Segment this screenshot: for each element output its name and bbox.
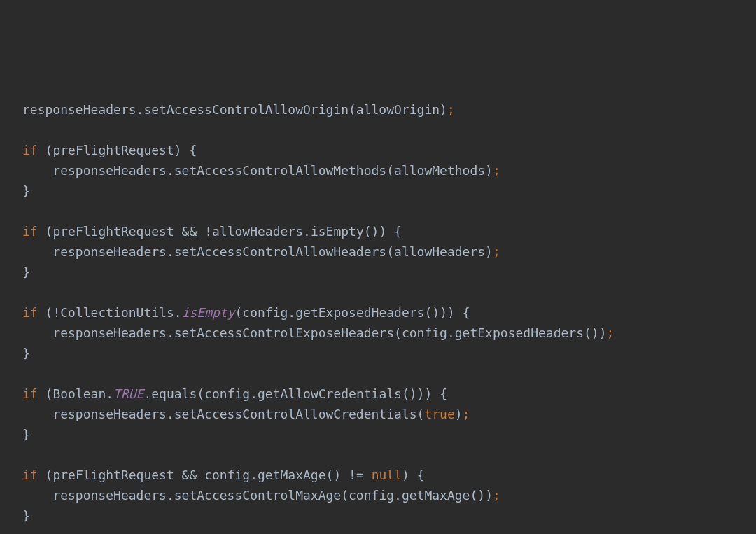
identifier: responseHeaders	[52, 163, 167, 178]
identifier: config	[349, 488, 394, 503]
open-paren: (	[386, 244, 394, 259]
close-paren: )	[485, 163, 493, 178]
close-paren: )	[440, 305, 447, 320]
identifier: responseHeaders	[22, 102, 136, 117]
close-paren: )	[402, 468, 410, 482]
keyword-null: null	[372, 468, 402, 482]
indent	[22, 488, 52, 503]
code-line: responseHeaders.setAccessControlMaxAge(c…	[22, 486, 756, 506]
open-paren: (	[349, 102, 356, 117]
punct-dot: .	[167, 163, 174, 178]
open-paren: (	[46, 386, 53, 401]
identifier: preFlightRequest	[52, 224, 174, 239]
punct-dot: .	[136, 102, 144, 117]
code-line: if (Boolean.TRUE.equals(config.getAllowC…	[22, 384, 756, 405]
identifier: config	[242, 305, 288, 320]
open-paren: (	[234, 305, 242, 320]
open-paren: (	[326, 468, 334, 482]
code-line: }	[22, 425, 756, 445]
code-line: }	[22, 181, 756, 202]
indent	[22, 325, 52, 340]
open-brace: {	[440, 386, 447, 401]
identifier: config	[204, 468, 250, 482]
identifier: responseHeaders	[52, 325, 167, 340]
open-paren: (	[364, 224, 372, 239]
operator-neq: !=	[349, 468, 364, 482]
close-brace: }	[22, 508, 30, 523]
keyword-if: if	[22, 143, 38, 157]
close-brace: }	[22, 265, 30, 279]
keyword-true: true	[424, 407, 454, 421]
close-paren: )	[440, 102, 447, 117]
code-line-empty	[22, 364, 756, 384]
identifier: config	[204, 386, 250, 401]
close-brace: }	[22, 346, 30, 360]
keyword-if: if	[22, 468, 38, 482]
identifier: allowMethods	[394, 163, 485, 178]
code-line: responseHeaders.setAccessControlAllowOri…	[22, 100, 756, 120]
punct-dot: .	[394, 488, 402, 503]
static-method: isEmpty	[182, 305, 235, 320]
open-paren: (	[46, 305, 53, 320]
code-line: responseHeaders.setAccessControlExposeHe…	[22, 323, 756, 344]
code-line: if (preFlightRequest) {	[22, 141, 756, 161]
close-paren: )	[485, 488, 493, 503]
close-paren: )	[447, 305, 455, 320]
static-field: TRUE	[113, 386, 144, 401]
punct-dot: .	[250, 468, 258, 482]
close-paren: )	[455, 407, 463, 421]
open-paren: (	[46, 224, 53, 239]
open-brace: {	[189, 143, 197, 157]
code-editor[interactable]: responseHeaders.setAccessControlAllowOri…	[22, 100, 756, 526]
open-paren: (	[46, 143, 53, 157]
punct-dot: .	[144, 386, 151, 401]
semicolon: ;	[493, 488, 500, 503]
close-paren: )	[372, 224, 379, 239]
indent	[22, 163, 52, 178]
identifier: responseHeaders	[52, 488, 167, 503]
method-name: setAccessControlAllowMethods	[174, 163, 386, 178]
punct-dot: .	[167, 407, 174, 421]
code-line-empty	[22, 445, 756, 465]
code-line-empty	[22, 202, 756, 222]
close-paren: )	[379, 224, 386, 239]
operator-and: &&	[182, 468, 197, 482]
identifier: allowHeaders	[212, 224, 303, 239]
open-brace: {	[417, 468, 425, 482]
open-paren: (	[341, 488, 349, 503]
close-brace: }	[22, 183, 30, 198]
punct-dot: .	[174, 305, 182, 320]
method-name: getMaxAge	[402, 488, 470, 503]
punct-dot: .	[167, 488, 174, 503]
open-paren: (	[394, 325, 402, 340]
method-name: setAccessControlAllowHeaders	[174, 244, 386, 259]
close-paren: )	[485, 244, 493, 259]
close-brace: }	[22, 427, 30, 442]
code-line: if (preFlightRequest && !allowHeaders.is…	[22, 222, 756, 242]
identifier: preFlightRequest	[52, 468, 174, 482]
code-line: responseHeaders.setAccessControlAllowCre…	[22, 405, 756, 425]
code-line-empty	[22, 120, 756, 141]
punct-dot: .	[167, 325, 174, 340]
close-paren: )	[599, 325, 607, 340]
open-brace: {	[394, 224, 402, 239]
method-name: equals	[151, 386, 197, 401]
close-paren: )	[477, 488, 485, 503]
close-paren: )	[592, 325, 599, 340]
method-name: getMaxAge	[258, 468, 326, 482]
class-name: CollectionUtils	[60, 305, 174, 320]
identifier: allowOrigin	[356, 102, 440, 117]
code-line-empty	[22, 283, 756, 303]
keyword-if: if	[22, 386, 38, 401]
punct-dot: .	[447, 325, 455, 340]
operator-and: &&	[182, 224, 197, 239]
method-name: setAccessControlAllowCredentials	[174, 407, 417, 421]
keyword-if: if	[22, 305, 38, 320]
open-paren: (	[386, 163, 394, 178]
operator-not: !	[52, 305, 60, 320]
close-paren: )	[432, 305, 440, 320]
code-line: }	[22, 262, 756, 283]
method-name: setAccessControlMaxAge	[174, 488, 341, 503]
method-name: isEmpty	[311, 224, 364, 239]
punct-dot: .	[288, 305, 295, 320]
